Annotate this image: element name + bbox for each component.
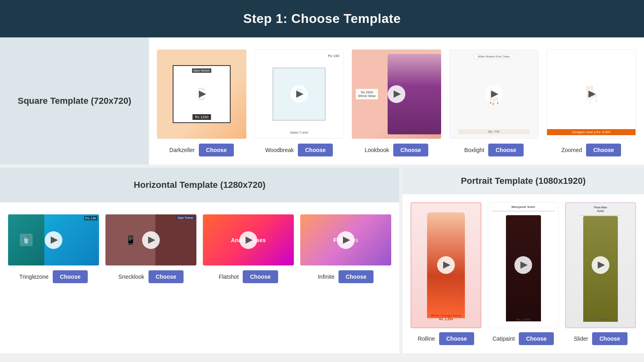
template-thumb-flatshot[interactable]: AnarDresses <box>203 214 294 265</box>
template-item-darkzeller: Man Welsh ⌚ Rs 1250 Darkzeller Choose <box>157 49 246 156</box>
zoomed-name: Zoomed <box>561 147 582 153</box>
horizontal-label: Horizontal Template (1280x720) <box>0 168 399 202</box>
snecklook-name: Snecklook <box>118 274 144 280</box>
template-thumb-slider[interactable]: Pista ManSuits Rs. 2,500 <box>565 202 636 328</box>
tringlezone-name-row: Tringlezone Choose <box>8 270 99 283</box>
template-item-snecklook: 📱 Style Theme Snecklook Choose <box>105 214 196 283</box>
catipaint-price: Rs. 1,899 <box>516 318 530 321</box>
snecklook-name-row: Snecklook Choose <box>105 270 196 283</box>
catipaint-name-row: Catipaint Choose <box>488 332 559 345</box>
tringlezone-choose-btn[interactable]: Choose <box>53 270 88 283</box>
template-thumb-snecklook[interactable]: 📱 Style Theme <box>105 214 196 265</box>
zoomed-price: Designer cane || Rs. 5,999 <box>547 129 636 135</box>
darkzeller-top-tag: Man Welsh <box>192 68 211 73</box>
infinite-name-row: Infinite Choose <box>300 270 391 283</box>
lookbook-name: Lookbook <box>365 147 389 153</box>
darkzeller-play-btn[interactable] <box>193 85 211 103</box>
woodbreak-price-top: Rs 199 <box>328 54 339 58</box>
darkzeller-name-row: Darkzeller Choose <box>157 144 246 156</box>
template-thumb-lookbook[interactable]: Rs 2500Ethnic Wear <box>352 49 441 139</box>
woodbreak-name-bottom: Stylist T-shirt <box>290 131 308 134</box>
boxlight-name: Boxlight <box>464 147 484 153</box>
tringlezone-play-btn[interactable] <box>45 231 62 249</box>
boxlight-choose-btn[interactable]: Choose <box>488 144 523 156</box>
page-header: Step 1: Choose Template <box>0 0 644 37</box>
template-thumb-boxlight[interactable]: White Molded Evie Chairs 🪑 Rs. 770 <box>449 49 539 139</box>
rolline-choose-btn[interactable]: Choose <box>439 332 474 345</box>
template-item-flatshot: AnarDresses Flatshot Choose <box>203 214 294 283</box>
infinite-name: Infinite <box>318 274 334 280</box>
snecklook-choose-btn[interactable]: Choose <box>149 270 184 283</box>
catipaint-name: Catipaint <box>493 335 515 342</box>
template-thumb-rolline[interactable]: White Orange Kurta Rs. 1,250 <box>411 202 481 328</box>
template-item-woodbreak: Rs 199 👕 Stylist T-shirt Woodbreak Choos… <box>254 49 344 156</box>
template-thumb-zoomed[interactable]: 🪑 Designer cane || Rs. 5,999 <box>547 49 636 139</box>
zoomed-choose-btn[interactable]: Choose <box>586 144 621 156</box>
rolline-price-text: Rs. 1,250 <box>411 317 481 321</box>
slider-name: Slider <box>574 335 588 342</box>
zoomed-name-row: Zoomed Choose <box>547 144 636 156</box>
template-item-tringlezone: 🥤 Rs. Life Tringlezone Choose <box>8 214 99 283</box>
template-item-infinite: Flat D ries Infinite Choose <box>300 214 391 283</box>
darkzeller-price: Rs 1250 <box>192 114 211 120</box>
slider-price: Rs. 2,500 <box>594 317 607 321</box>
template-item-boxlight: White Molded Evie Chairs 🪑 Rs. 770 Boxli… <box>449 49 539 156</box>
slider-choose-btn[interactable]: Choose <box>592 332 627 345</box>
horizontal-templates: 🥤 Rs. Life Tringlezone Choose <box>0 202 399 291</box>
template-thumb-infinite[interactable]: Flat D ries <box>300 214 391 265</box>
slider-name-row: Slider Choose <box>565 332 636 345</box>
lookbook-play-btn[interactable] <box>388 85 405 103</box>
portrait-templates: White Orange Kurta Rs. 1,250 Rolline Cho… <box>402 194 644 353</box>
template-item-catipaint: Manyavar Suits Rs. 1,899 Catipaint Choos… <box>488 202 559 345</box>
square-template-section: Square Template (720x720) Man Welsh ⌚ Rs… <box>0 37 644 165</box>
woodbreak-name: Woodbreak <box>265 147 294 153</box>
lookbook-price-box: Rs 2500Ethnic Wear <box>356 89 378 99</box>
darkzeller-name: Darkzeller <box>169 147 195 153</box>
template-thumb-catipaint[interactable]: Manyavar Suits Rs. 1,899 <box>488 202 559 328</box>
boxlight-name-row: Boxlight Choose <box>449 144 539 156</box>
flatshot-name-row: Flatshot Choose <box>203 270 294 283</box>
darkzeller-choose-btn[interactable]: Choose <box>199 144 234 156</box>
template-thumb-woodbreak[interactable]: Rs 199 👕 Stylist T-shirt <box>254 49 344 139</box>
infinite-play-btn[interactable] <box>337 231 355 249</box>
template-thumb-tringlezone[interactable]: 🥤 Rs. Life <box>8 214 99 265</box>
square-section-label: Square Template (720x720) <box>0 37 149 165</box>
template-item-rolline: White Orange Kurta Rs. 1,250 Rolline Cho… <box>411 202 481 345</box>
snecklook-play-btn[interactable] <box>142 231 160 249</box>
flatshot-name: Flatshot <box>219 274 239 280</box>
horizontal-section: Horizontal Template (1280x720) 🥤 Rs. Lif… <box>0 168 399 353</box>
slider-title: Pista ManSuits <box>594 206 607 213</box>
rolline-name: Rolline <box>418 335 435 342</box>
rolline-name-text: White Orange Kurta <box>411 314 481 317</box>
flatshot-choose-btn[interactable]: Choose <box>243 270 278 283</box>
lookbook-name-row: Lookbook Choose <box>352 144 441 156</box>
template-thumb-darkzeller[interactable]: Man Welsh ⌚ Rs 1250 <box>157 49 246 139</box>
woodbreak-name-row: Woodbreak Choose <box>254 144 344 156</box>
zoomed-play-btn[interactable] <box>582 85 600 103</box>
template-item-zoomed: 🪑 Designer cane || Rs. 5,999 Zoomed Choo… <box>547 49 636 156</box>
infinite-choose-btn[interactable]: Choose <box>339 270 374 283</box>
catipaint-choose-btn[interactable]: Choose <box>519 332 554 345</box>
square-templates-row: Man Welsh ⌚ Rs 1250 Darkzeller Choose Rs… <box>157 49 636 156</box>
square-templates-area: Man Welsh ⌚ Rs 1250 Darkzeller Choose Rs… <box>149 37 644 165</box>
rolline-name-row: Rolline Choose <box>411 332 481 345</box>
flatshot-play-btn[interactable] <box>239 231 257 249</box>
boxlight-play-btn[interactable] <box>485 85 503 103</box>
lookbook-choose-btn[interactable]: Choose <box>393 144 428 156</box>
woodbreak-choose-btn[interactable]: Choose <box>298 144 333 156</box>
template-item-slider: Pista ManSuits Rs. 2,500 Slider Choose <box>565 202 636 345</box>
tringlezone-name: Tringlezone <box>19 274 49 280</box>
page-title: Step 1: Choose Template <box>243 11 400 26</box>
woodbreak-play-btn[interactable] <box>290 85 308 103</box>
portrait-label: Portrait Template (1080x1920) <box>402 168 644 194</box>
bottom-row: Horizontal Template (1280x720) 🥤 Rs. Lif… <box>0 168 644 353</box>
portrait-section: Portrait Template (1080x1920) White Oran… <box>402 168 644 353</box>
catipaint-title: Manyavar Suits <box>512 205 535 209</box>
template-item-lookbook: Rs 2500Ethnic Wear Lookbook Choose <box>352 49 441 156</box>
boxlight-price: Rs. 770 <box>458 129 529 134</box>
